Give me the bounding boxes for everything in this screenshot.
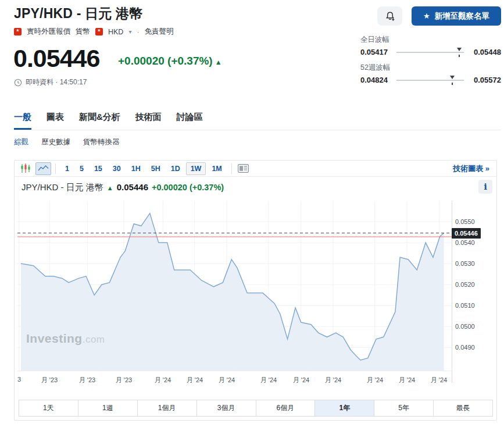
clock-icon <box>14 79 22 87</box>
subtab-overview[interactable]: 綜觀 <box>14 137 28 147</box>
toolbar-divider <box>55 163 56 174</box>
x-tick-label: 月 '23 <box>79 376 95 385</box>
breadcrumb-separator: · <box>137 28 139 36</box>
line-chart-button[interactable] <box>35 162 51 175</box>
interval-1w-button[interactable]: 1W <box>186 162 206 175</box>
daily-range-label: 全日波幅 <box>360 35 501 45</box>
x-tick-label: 月 '24 <box>325 376 341 385</box>
timeframe-max-button[interactable]: 最長 <box>434 400 492 416</box>
last-price: 0.05446 <box>13 44 99 73</box>
daily-range-marker-icon <box>457 48 462 51</box>
x-tick-label: 月 '24 <box>399 376 415 385</box>
sub-tabs: 綜觀歷史數據貨幣轉換器 <box>14 137 120 147</box>
fx-quote-page: JPY/HKD - 日元 港幣 * 實時外匯報價 貨幣 * HKD ▾ · 免責… <box>0 0 504 441</box>
up-arrow-icon: ▲ <box>215 58 222 66</box>
y-tick-label: 0.0510 <box>455 302 475 309</box>
breadcrumb-hkd-dropdown[interactable]: HKD <box>108 28 123 36</box>
week52-range-low: 0.04824 <box>360 76 392 84</box>
interval-1h-button[interactable]: 1H <box>127 162 145 175</box>
interval-1-button[interactable]: 1 <box>60 162 74 175</box>
candlestick-chart-button[interactable] <box>18 162 33 176</box>
y-tick-label: 0.0550 <box>455 218 475 225</box>
x-tick-label: 月 '24 <box>260 376 277 385</box>
add-to-watchlist-button[interactable]: ★ 新增至觀察名單 <box>412 6 501 26</box>
chart-card: 1515301H5H1D1W1M 技術圖表 » JPY/HKD - 日元 港幣 … <box>14 160 497 421</box>
change-value: +0.00020 (+0.37%) <box>118 55 213 67</box>
watermark-main: Investing <box>26 332 83 345</box>
chart-up-arrow-icon: ▲ <box>107 184 113 191</box>
week52-range-marker-icon <box>450 76 455 79</box>
hk-flag-icon: * <box>14 28 22 35</box>
y-tick-label: 0.0500 <box>455 323 475 330</box>
bell-plus-icon <box>385 11 395 22</box>
interval-15-button[interactable]: 15 <box>90 162 107 175</box>
daily-range-row: 0.05417 0.05448 <box>360 48 501 56</box>
tab-general[interactable]: 一般 <box>14 112 31 130</box>
week52-range-bar <box>396 80 464 81</box>
timeframe-1d-button[interactable]: 1天 <box>19 400 78 416</box>
x-tick-label: 月 '24 <box>367 376 383 385</box>
interval-buttons: 1515301H5H1D1W1M <box>60 162 227 175</box>
x-tick-label: 月 '24 <box>155 376 171 385</box>
hk-flag-icon: * <box>95 28 103 35</box>
week52-range-high: 0.05572 <box>469 76 501 84</box>
tab-technical[interactable]: 技術面 <box>135 112 162 130</box>
chevron-down-icon[interactable]: ▾ <box>128 29 131 35</box>
breadcrumb-fx-quotes[interactable]: 實時外匯報價 <box>27 27 70 37</box>
x-tick-label: 月 '24 <box>293 376 309 385</box>
tab-comments[interactable]: 討論區 <box>177 112 203 130</box>
timeframe-5y-button[interactable]: 5年 <box>374 400 434 416</box>
info-button[interactable]: i <box>478 180 492 194</box>
daily-range-low: 0.05417 <box>360 48 392 56</box>
y-tick-label: 0.0530 <box>455 260 475 267</box>
news-panel-icon <box>238 164 249 173</box>
interval-1d-button[interactable]: 1D <box>166 162 185 175</box>
chart-header: JPY/HKD - 日元 港幣 ▲ 0.05446 +0.00020 (+0.3… <box>22 182 224 193</box>
tab-charts[interactable]: 圖表 <box>47 112 64 130</box>
info-icon: i <box>484 182 487 192</box>
watchlist-button-label: 新增至觀察名單 <box>435 11 490 22</box>
timeframe-1m-button[interactable]: 1個月 <box>138 400 197 416</box>
x-tick-label: 月 '24 <box>187 376 203 385</box>
interval-1m-button[interactable]: 1M <box>207 162 226 175</box>
chart-price-change: +0.00020 (+0.37%) <box>152 183 224 192</box>
y-tick-label: 0.0520 <box>455 281 475 288</box>
timeframe-1w-button[interactable]: 1週 <box>78 400 138 416</box>
y-tick-label: 0.0540 <box>455 239 475 246</box>
alert-button[interactable] <box>377 6 402 26</box>
price-change: +0.00020 (+0.37%)▲ <box>118 55 222 67</box>
x-tick-label: 3 <box>17 376 21 383</box>
technical-chart-link[interactable]: 技術圖表 » <box>453 163 496 174</box>
x-tick-label: 月 '24 <box>219 376 235 385</box>
status-text: 即時資料 · 14:50:17 <box>26 77 87 87</box>
week52-range-label: 52週波幅 <box>360 63 501 73</box>
timeframe-1y-button[interactable]: 1年 <box>315 400 374 416</box>
timeframe-6m-button[interactable]: 6個月 <box>256 400 316 416</box>
toolbar-divider <box>231 163 232 174</box>
interval-5h-button[interactable]: 5H <box>146 162 165 175</box>
interval-5-button[interactable]: 5 <box>75 162 88 175</box>
timeframe-3m-button[interactable]: 3個月 <box>197 400 256 416</box>
star-icon: ★ <box>423 12 430 20</box>
tab-news-analysis[interactable]: 新聞&分析 <box>79 112 120 130</box>
daily-range-bar <box>396 52 464 53</box>
x-axis-line <box>17 371 452 371</box>
investing-watermark: Investing.com <box>26 332 105 346</box>
current-price-badge: 0.05446 <box>452 228 481 239</box>
news-panel-button[interactable] <box>236 162 251 176</box>
timeframe-buttons: 1天1週1個月3個月6個月1年5年最長 <box>19 400 493 417</box>
ranges-panel: 全日波幅 0.05417 0.05448 52週波幅 0.04824 0.055… <box>360 35 501 91</box>
breadcrumb: * 實時外匯報價 貨幣 * HKD ▾ · 免責聲明 <box>14 27 174 37</box>
main-tabs: 一般圖表新聞&分析技術面討論區 <box>14 112 203 130</box>
breadcrumb-currencies[interactable]: 貨幣 <box>76 27 90 37</box>
x-tick-label: 月 '23 <box>41 376 58 385</box>
x-tick-label: 月 '23 <box>116 376 132 385</box>
week52-range-row: 0.04824 0.05572 <box>360 76 501 84</box>
candlestick-icon <box>20 163 31 173</box>
y-tick-label: 0.0490 <box>455 344 475 351</box>
subtab-historical-data[interactable]: 歷史數據 <box>41 137 70 147</box>
disclaimer-link[interactable]: 免責聲明 <box>145 27 174 37</box>
subtab-currency-converter[interactable]: 貨幣轉換器 <box>83 137 120 147</box>
watermark-suffix: .com <box>83 334 105 345</box>
interval-30-button[interactable]: 30 <box>108 162 126 175</box>
